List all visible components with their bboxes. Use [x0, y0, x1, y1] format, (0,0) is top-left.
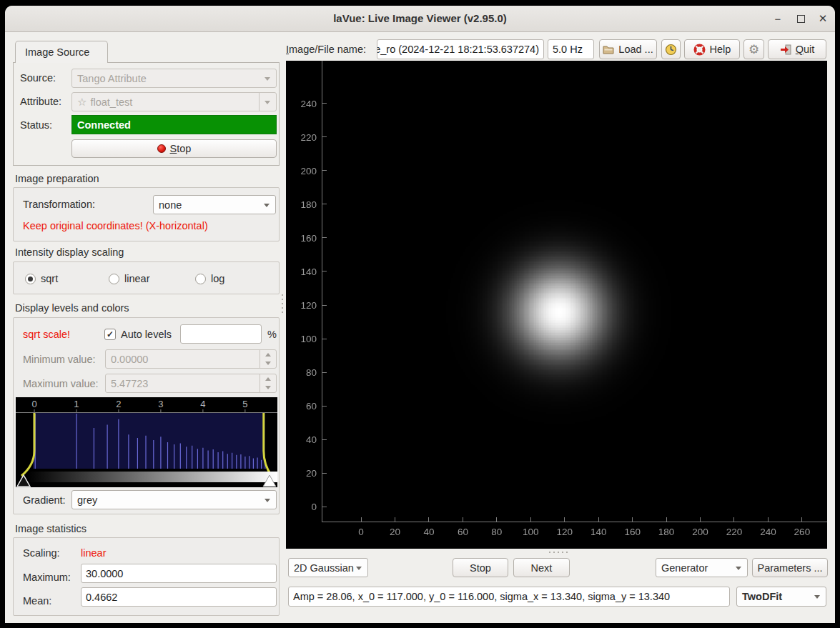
auto-levels-percent-input[interactable]: [180, 324, 262, 344]
spin-up-icon: [265, 377, 271, 381]
transformation-combobox[interactable]: none: [153, 195, 276, 214]
chevron-down-icon: [264, 204, 270, 207]
gradient-label: Gradient:: [23, 494, 66, 506]
minimize-icon: −: [775, 13, 781, 25]
y-axis-tick: [322, 237, 327, 238]
x-axis-tick-label: 240: [760, 527, 776, 537]
fit-result-field[interactable]: [288, 587, 730, 607]
quit-label: Quit: [796, 44, 815, 55]
histogram-svg: 012345: [16, 397, 277, 487]
generator-combobox[interactable]: Generator: [656, 558, 748, 577]
x-axis-tick: [530, 517, 531, 522]
image-canvas[interactable]: [322, 61, 827, 522]
radio-sqrt[interactable]: sqrt: [25, 273, 58, 284]
x-axis-tick: [666, 517, 667, 522]
fit-type-combobox[interactable]: TwoDFit: [736, 587, 826, 607]
stats-maximum-field[interactable]: [81, 564, 277, 583]
y-axis-tick-label: 240: [286, 98, 317, 109]
radio-icon: [109, 274, 119, 284]
x-axis-tick-label: 140: [591, 527, 607, 537]
y-axis-tick-label: 200: [286, 165, 317, 176]
x-axis-tick: [361, 517, 362, 522]
stop-source-button[interactable]: Stop: [71, 139, 277, 158]
y-axis-tick-label: 60: [286, 401, 317, 412]
filename-label: Image/File name:: [286, 44, 366, 55]
auto-levels-checkbox[interactable]: ✓ Auto levels: [104, 329, 172, 340]
y-axis-tick: [322, 406, 327, 407]
maximum-value-spinbox: 5.47723: [105, 374, 277, 393]
source-label: Source:: [20, 72, 56, 84]
attribute-combobox: ☆ float_test: [71, 92, 277, 111]
settings-button[interactable]: ⚙: [743, 39, 764, 59]
y-axis-tick: [322, 372, 327, 373]
plot-splitter-handle[interactable]: [549, 552, 568, 553]
tab-image-source[interactable]: Image Source: [15, 41, 108, 63]
panel-splitter-handle[interactable]: [282, 294, 283, 313]
y-axis-tick: [322, 271, 327, 271]
rate-field[interactable]: [548, 39, 594, 59]
section-display-levels: Display levels and colors: [15, 302, 129, 314]
y-axis-tick-label: 180: [286, 199, 317, 209]
x-axis-tick: [801, 517, 802, 522]
stats-mean-field[interactable]: [81, 587, 277, 607]
y-axis-tick: [322, 305, 327, 306]
x-axis-tick-label: 100: [523, 527, 539, 537]
desktop: { "window": { "title": "laVue: Live Imag…: [0, 0, 840, 628]
minimize-button[interactable]: −: [767, 6, 789, 31]
x-axis-tick-label: 160: [624, 527, 641, 537]
coordinates-warning: Keep original coordinates! (X-horizontal…: [23, 220, 208, 231]
x-axis-tick: [428, 517, 429, 522]
radio-icon: [195, 274, 206, 284]
y-axis-tick-label: 140: [286, 266, 317, 276]
maximum-value-label: Maximum value:: [23, 378, 99, 389]
stop-source-label: Stop: [170, 143, 192, 154]
chevron-down-icon: [736, 567, 741, 570]
gradient-combobox[interactable]: grey: [71, 490, 277, 509]
source-combobox: Tango Attribute: [71, 69, 277, 88]
radio-log[interactable]: log: [195, 273, 224, 284]
gear-icon: ⚙: [748, 44, 759, 56]
minimum-value-spinbox: 0.00000: [105, 349, 277, 369]
record-stop-icon: [157, 144, 166, 153]
y-axis-tick: [322, 204, 327, 204]
y-axis-tick-label: 160: [286, 232, 317, 243]
chevron-down-icon: [814, 595, 820, 599]
spin-buttons: [260, 374, 276, 392]
scale-note: sqrt scale!: [23, 329, 70, 340]
x-axis-tick-label: 200: [692, 527, 708, 537]
reload-timer-button[interactable]: [661, 39, 681, 59]
plot-area[interactable]: 0204060801001201401601802002202402600204…: [286, 61, 827, 549]
quit-button[interactable]: Quit: [768, 39, 826, 59]
y-axis-tick-label: 80: [286, 367, 317, 378]
quit-door-icon: [780, 44, 791, 55]
x-axis-tick-label: 0: [358, 527, 364, 537]
x-axis-tick-label: 20: [390, 527, 400, 537]
y-axis-tick: [322, 339, 327, 339]
next-button[interactable]: Next: [513, 558, 570, 577]
load-button[interactable]: Load ...: [599, 39, 657, 59]
maximize-button[interactable]: [790, 6, 811, 31]
spin-up-icon: [265, 353, 271, 357]
y-axis-tick-label: 0: [286, 502, 317, 512]
title-bar[interactable]: laVue: Live Image Viewer (v2.95.0) − ✕: [5, 6, 835, 32]
y-axis-tick: [322, 136, 327, 137]
source-type-combobox[interactable]: 2D Gaussian: [288, 558, 368, 577]
histogram-lut-widget[interactable]: 012345: [16, 397, 277, 487]
chevron-down-icon: [265, 499, 270, 502]
transformation-label: Transformation:: [23, 199, 95, 210]
svg-text:0: 0: [31, 399, 36, 409]
x-axis-tick: [768, 517, 769, 522]
y-axis-line: [322, 61, 322, 522]
stats-mean-label: Mean:: [23, 595, 51, 607]
x-axis-tick: [564, 517, 565, 522]
y-axis-tick: [322, 507, 327, 507]
radio-linear[interactable]: linear: [109, 273, 149, 284]
filename-field[interactable]: e_ro (2024-12-21 18:21:53.637274): [377, 39, 544, 59]
close-button[interactable]: ✕: [812, 6, 834, 31]
parameters-button[interactable]: Parameters ...: [752, 558, 828, 577]
x-axis-tick-label: 60: [458, 527, 468, 537]
percent-suffix: %: [267, 329, 277, 340]
x-axis-tick: [463, 517, 463, 522]
stop-button[interactable]: Stop: [453, 558, 508, 577]
help-button[interactable]: Help: [684, 39, 740, 59]
